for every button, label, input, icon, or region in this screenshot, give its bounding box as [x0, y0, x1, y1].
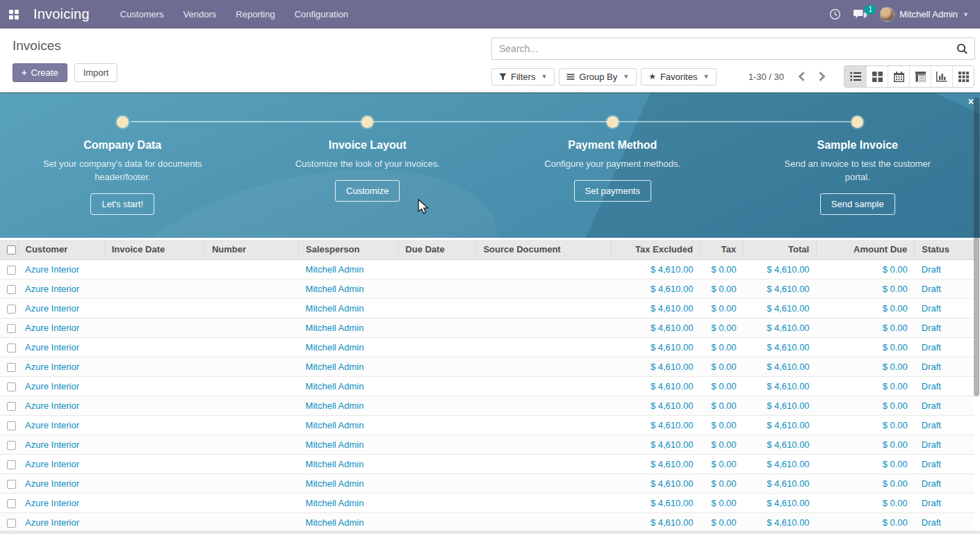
menu-customers[interactable]: Customers	[111, 0, 174, 29]
table-row[interactable]: Azure InteriorMitchell Admin$ 4,610.00$ …	[0, 279, 974, 298]
row-checkbox[interactable]	[7, 480, 16, 489]
cell-source_document	[476, 454, 611, 474]
cell-tax: $ 0.00	[700, 474, 743, 493]
step-action-button[interactable]: Customize	[335, 180, 400, 202]
column-header-invoice_date[interactable]: Invoice Date	[104, 240, 204, 259]
apps-menu-button[interactable]	[0, 0, 28, 29]
row-checkbox[interactable]	[7, 266, 16, 275]
cell-invoice_date	[104, 415, 204, 435]
column-header-amount_due[interactable]: Amount Due	[817, 240, 915, 259]
column-header-number[interactable]: Number	[204, 240, 298, 259]
messages-button[interactable]: 1	[854, 9, 867, 20]
cell-tax: $ 0.00	[700, 512, 743, 532]
table-row[interactable]: Azure InteriorMitchell Admin$ 4,610.00$ …	[0, 259, 974, 279]
column-header-total[interactable]: Total	[743, 240, 816, 259]
pager-previous-button[interactable]	[795, 69, 808, 84]
pivot-view-icon	[915, 72, 926, 82]
cell-tax_excluded: $ 4,610.00	[611, 396, 700, 415]
column-header-status[interactable]: Status	[915, 240, 974, 259]
cell-total: $ 4,610.00	[743, 376, 816, 396]
cell-tax: $ 0.00	[700, 415, 743, 435]
cell-amount_due: $ 0.00	[817, 279, 915, 298]
row-checkbox[interactable]	[7, 343, 16, 353]
cell-invoice_date	[104, 512, 204, 532]
row-checkbox[interactable]	[7, 402, 16, 411]
menu-vendors[interactable]: Vendors	[174, 0, 227, 29]
user-menu[interactable]: Mitchell Admin ▼	[880, 7, 969, 22]
row-checkbox[interactable]	[7, 305, 16, 314]
cell-due_date	[398, 376, 476, 396]
row-checkbox[interactable]	[7, 382, 16, 391]
search-input[interactable]	[492, 43, 949, 54]
row-checkbox[interactable]	[7, 421, 16, 430]
vertical-scrollbar[interactable]	[974, 97, 979, 396]
select-all-checkbox[interactable]	[7, 245, 16, 254]
cell-due_date	[398, 279, 476, 298]
group-by-button[interactable]: Group By ▼	[559, 68, 637, 86]
view-list-button[interactable]	[844, 66, 866, 87]
table-row[interactable]: Azure InteriorMitchell Admin$ 4,610.00$ …	[0, 298, 974, 318]
plus-icon: +	[22, 67, 27, 78]
table-row[interactable]: Azure InteriorMitchell Admin$ 4,610.00$ …	[0, 357, 974, 376]
step-action-button[interactable]: Send sample	[820, 193, 895, 215]
cell-salesperson: Mitchell Admin	[299, 337, 398, 357]
create-button[interactable]: + Create	[13, 63, 67, 82]
table-row[interactable]: Azure InteriorMitchell Admin$ 4,610.00$ …	[0, 376, 974, 396]
cell-tax_excluded: $ 4,610.00	[611, 357, 700, 376]
pager-next-button[interactable]	[815, 69, 828, 84]
row-checkbox[interactable]	[7, 441, 16, 450]
invoice-table: CustomerInvoice DateNumberSalespersonDue…	[0, 240, 974, 533]
row-checkbox[interactable]	[7, 363, 16, 372]
view-graph-button[interactable]	[931, 66, 952, 87]
activities-button[interactable]	[829, 8, 841, 20]
table-row[interactable]: Azure InteriorMitchell Admin$ 4,610.00$ …	[0, 512, 974, 532]
cell-total: $ 4,610.00	[743, 259, 816, 279]
view-pivot-button[interactable]	[909, 66, 931, 87]
view-activity-button[interactable]	[952, 66, 974, 87]
row-checkbox[interactable]	[7, 519, 16, 528]
horizontal-scrollbar[interactable]	[0, 531, 980, 534]
row-checkbox[interactable]	[7, 499, 16, 508]
table-row[interactable]: Azure InteriorMitchell Admin$ 4,610.00$ …	[0, 318, 974, 337]
table-row[interactable]: Azure InteriorMitchell Admin$ 4,610.00$ …	[0, 493, 974, 512]
table-row[interactable]: Azure InteriorMitchell Admin$ 4,610.00$ …	[0, 474, 974, 493]
cell-status: Draft	[915, 337, 974, 357]
onboarding-step-sample-invoice: Sample InvoiceSend an invoice to test th…	[735, 116, 980, 238]
favorites-button[interactable]: ★ Favorites ▼	[641, 68, 717, 86]
pager: 1-30 / 30	[749, 69, 828, 84]
cell-tax_excluded: $ 4,610.00	[611, 318, 700, 337]
column-header-salesperson[interactable]: Salesperson	[299, 240, 398, 259]
table-row[interactable]: Azure InteriorMitchell Admin$ 4,610.00$ …	[0, 435, 974, 454]
step-dot-icon	[607, 116, 619, 128]
row-checkbox[interactable]	[7, 460, 16, 469]
column-header-tax[interactable]: Tax	[700, 240, 743, 259]
cell-total: $ 4,610.00	[743, 474, 816, 493]
cell-tax_excluded: $ 4,610.00	[611, 415, 700, 435]
column-header-tax_excluded[interactable]: Tax Excluded	[611, 240, 700, 259]
step-action-button[interactable]: Set payments	[574, 180, 652, 202]
menu-reporting[interactable]: Reporting	[226, 0, 284, 29]
view-switcher	[844, 65, 974, 88]
import-button[interactable]: Import	[74, 63, 118, 82]
app-brand[interactable]: Invoicing	[33, 6, 90, 22]
table-row[interactable]: Azure InteriorMitchell Admin$ 4,610.00$ …	[0, 454, 974, 474]
search-button[interactable]	[949, 42, 974, 55]
column-header-customer[interactable]: Customer	[18, 240, 104, 259]
row-checkbox[interactable]	[7, 324, 16, 333]
filters-button[interactable]: Filters ▼	[491, 68, 555, 86]
table-row[interactable]: Azure InteriorMitchell Admin$ 4,610.00$ …	[0, 396, 974, 415]
view-calendar-button[interactable]	[888, 66, 909, 87]
table-row[interactable]: Azure InteriorMitchell Admin$ 4,610.00$ …	[0, 337, 974, 357]
column-header-due_date[interactable]: Due Date	[398, 240, 476, 259]
step-action-button[interactable]: Let's start!	[90, 193, 154, 215]
column-header-source_document[interactable]: Source Document	[476, 240, 611, 259]
banner-close-button[interactable]: ×	[968, 97, 974, 106]
cell-source_document	[476, 357, 611, 376]
cell-number	[204, 376, 298, 396]
table-row[interactable]: Azure InteriorMitchell Admin$ 4,610.00$ …	[0, 415, 974, 435]
menu-configuration[interactable]: Configuration	[285, 0, 358, 29]
view-kanban-button[interactable]	[866, 66, 888, 87]
onboarding-step-invoice-layout: Invoice LayoutCustomize the look of your…	[245, 116, 491, 238]
cell-salesperson: Mitchell Admin	[299, 415, 398, 435]
row-checkbox[interactable]	[7, 285, 16, 294]
